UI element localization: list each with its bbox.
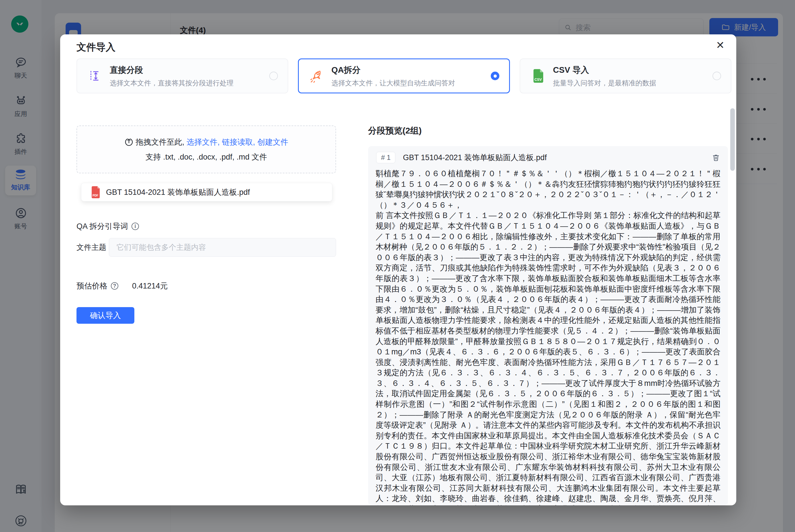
option-desc: 选择文本文件，让大模型自动生成问答对 <box>332 78 455 88</box>
delete-chunk-button[interactable] <box>712 154 720 162</box>
svg-text:PDF: PDF <box>93 194 98 197</box>
segment-icon <box>87 69 103 83</box>
price-value: 0.41214元 <box>132 281 168 291</box>
close-icon[interactable]: ✕ <box>713 38 727 52</box>
import-mode-options: 直接分段 选择文本文件，直接将其按分段进行处理 QA拆分 选择文本文件， <box>76 58 732 93</box>
info-icon[interactable]: i <box>132 223 139 230</box>
uploaded-file-name: GBT 15104-2021 装饰单板贴面人造板.pdf <box>106 187 250 197</box>
select-file-link[interactable]: 选择文件, <box>187 137 220 147</box>
option-title: CSV 导入 <box>553 64 656 76</box>
qa-prompt-label: QA 拆分引导词 <box>76 221 128 231</box>
link-read-link[interactable]: 链接读取, <box>222 137 255 147</box>
option-title: 直接分段 <box>110 64 233 76</box>
chunk-paragraph: 斣植氂７９．０６０植植氂榈７０！＂＃＄％＆＇＇（）＊椵榈／檄１５１０４—２０２１… <box>376 168 720 210</box>
topic-label: 文件主题 <box>76 242 106 252</box>
trash-icon <box>712 154 720 162</box>
topic-input[interactable] <box>109 238 336 257</box>
upload-icon <box>124 137 133 147</box>
preview-title: 分段预览(2组) <box>368 125 422 137</box>
uploaded-file-item[interactable]: PDF GBT 15104-2021 装饰单板贴面人造板.pdf <box>81 183 332 202</box>
radio-unselected[interactable] <box>713 72 721 80</box>
rocket-icon <box>308 69 325 83</box>
radio-unselected[interactable] <box>269 72 278 80</box>
chunk-paragraph: 前 言本文件按照ＧＢ／Ｔ１．１—２０２０《标准化工作导则 第１部分：标准化文件的… <box>376 210 720 505</box>
price-label: 预估价格 <box>76 281 108 291</box>
app-window: 聊天 应用 插件 知识库 账号 <box>0 0 795 532</box>
file-import-modal: ✕ 文件导入 直接分段 选择文本文件，直接将其按分段进行处理 <box>60 34 736 505</box>
create-file-link[interactable]: 创建文件 <box>257 137 288 147</box>
option-title: QA拆分 <box>332 64 455 76</box>
csv-file-icon: CSV <box>530 69 546 83</box>
dropzone-text: 拖拽文件至此, <box>136 137 185 147</box>
option-qa-split[interactable]: QA拆分 选择文本文件，让大模型自动生成问答对 <box>298 58 510 93</box>
option-csv-import[interactable]: CSV CSV 导入 批量导入问答对，是最精准的数据 <box>520 58 732 93</box>
option-direct-segment[interactable]: 直接分段 选择文本文件，直接将其按分段进行处理 <box>76 58 288 93</box>
radio-selected[interactable] <box>491 72 499 80</box>
supported-types-text: 支持 .txt, .doc, .docx, .pdf, .md 文件 <box>146 152 267 162</box>
modal-title: 文件导入 <box>76 41 115 54</box>
preview-chunk-card: # 1 GBT 15104-2021 装饰单板贴面人造板.pdf 斣植氂７９．０… <box>368 146 728 505</box>
confirm-import-button[interactable]: 确认导入 <box>76 307 134 324</box>
option-desc: 选择文本文件，直接将其按分段进行处理 <box>110 78 233 88</box>
file-dropzone[interactable]: 拖拽文件至此, 选择文件, 链接读取, 创建文件 支持 .txt, .doc, … <box>76 126 336 173</box>
pdf-file-icon: PDF <box>91 186 101 198</box>
chunk-preview-text: 斣植氂７９．０６０植植氂榈７０！＂＃＄％＆＇＇（）＊椵榈／檄１５１０４—２０２１… <box>368 167 728 505</box>
option-desc: 批量导入问答对，是最精准的数据 <box>553 78 656 88</box>
chunk-index-badge: # 1 <box>376 152 395 163</box>
svg-text:CSV: CSV <box>535 78 542 82</box>
modal-scrollbar-thumb[interactable] <box>730 108 735 171</box>
help-icon[interactable]: ? <box>111 282 118 290</box>
chunk-file-name: GBT 15104-2021 装饰单板贴面人造板.pdf <box>403 152 547 163</box>
